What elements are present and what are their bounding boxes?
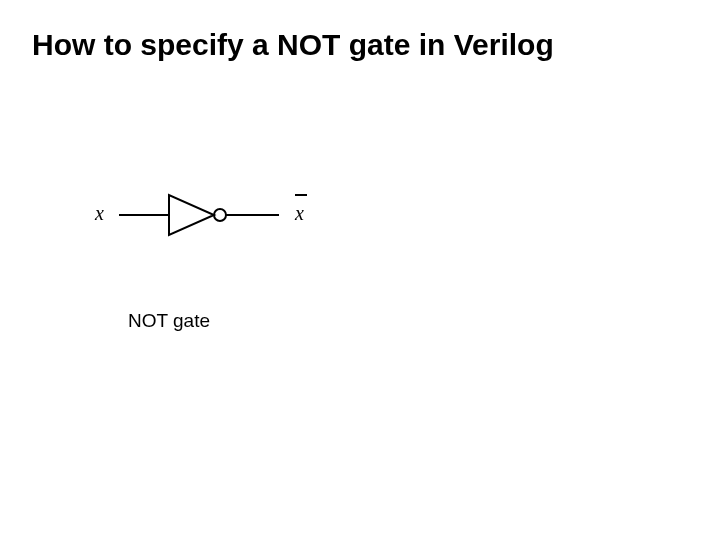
svg-marker-1: [169, 195, 214, 235]
input-signal-label: x: [95, 202, 104, 225]
page-title: How to specify a NOT gate in Verilog: [32, 28, 554, 62]
gate-caption: NOT gate: [128, 310, 210, 332]
output-overbar: [295, 194, 307, 196]
not-gate-diagram: x x: [95, 180, 395, 260]
not-gate-icon: [119, 190, 289, 240]
output-signal-label: x: [295, 202, 304, 225]
